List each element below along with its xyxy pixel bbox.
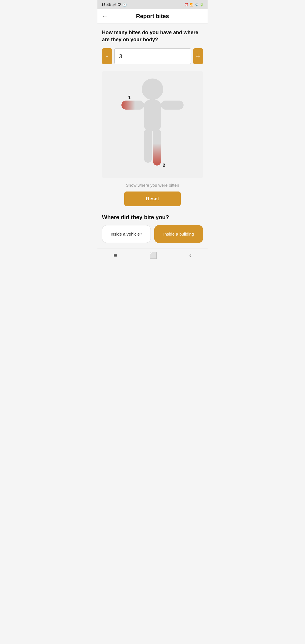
option-building[interactable]: Inside a building xyxy=(154,225,203,243)
status-right: ⏰ 📶 📡 🔋 xyxy=(184,3,204,6)
status-left: 15:46 🦟 🛡 🕐 xyxy=(101,3,127,7)
home-icon[interactable]: ⬜ xyxy=(149,252,157,259)
bites-question: How many bites do you have and where are… xyxy=(102,29,203,43)
header: ← Report bites xyxy=(97,9,208,23)
mosquito-icon: 🦟 xyxy=(112,3,116,7)
svg-rect-2 xyxy=(121,101,144,110)
menu-icon[interactable]: ≡ xyxy=(114,252,117,259)
main-content: How many bites do you have and where are… xyxy=(97,23,208,249)
increment-button[interactable]: + xyxy=(193,48,203,64)
decrement-button[interactable]: - xyxy=(102,48,112,64)
wifi-icon: 📶 xyxy=(189,3,193,6)
bite-count-input[interactable] xyxy=(114,48,191,64)
svg-rect-4 xyxy=(144,129,152,163)
signal-icon: 📡 xyxy=(195,3,199,6)
body-figure-area[interactable]: 1 2 xyxy=(102,71,203,178)
back-nav-icon[interactable]: ‹ xyxy=(189,251,191,260)
clock-icon: 🕐 xyxy=(122,3,127,7)
battery-icon: 🔋 xyxy=(200,3,204,6)
show-bitten-instruction: Show where you were bitten xyxy=(102,183,203,188)
bite-marker-1: 1 xyxy=(128,95,131,100)
alarm-icon: ⏰ xyxy=(184,3,188,6)
bite-count-stepper: - + xyxy=(102,48,203,64)
svg-point-0 xyxy=(142,79,163,100)
svg-rect-3 xyxy=(161,101,184,110)
back-button[interactable]: ← xyxy=(102,12,108,20)
svg-rect-1 xyxy=(144,100,161,131)
option-vehicle[interactable]: Inside a vehicle? xyxy=(102,225,151,243)
reset-button[interactable]: Reset xyxy=(124,192,181,206)
bite-location-question: Where did they bite you? xyxy=(102,214,203,221)
status-time: 15:46 xyxy=(101,3,111,7)
bite-marker-2: 2 xyxy=(163,163,165,168)
page-title: Report bites xyxy=(136,13,169,19)
stick-figure-svg: 1 2 xyxy=(116,74,189,175)
status-bar: 15:46 🦟 🛡 🕐 ⏰ 📶 📡 🔋 xyxy=(97,0,208,9)
nav-bar: ≡ ⬜ ‹ xyxy=(97,249,208,263)
bite-location-options: Inside a vehicle? Inside a building xyxy=(102,225,203,243)
shield-icon: 🛡 xyxy=(117,3,121,7)
svg-rect-5 xyxy=(153,129,161,166)
